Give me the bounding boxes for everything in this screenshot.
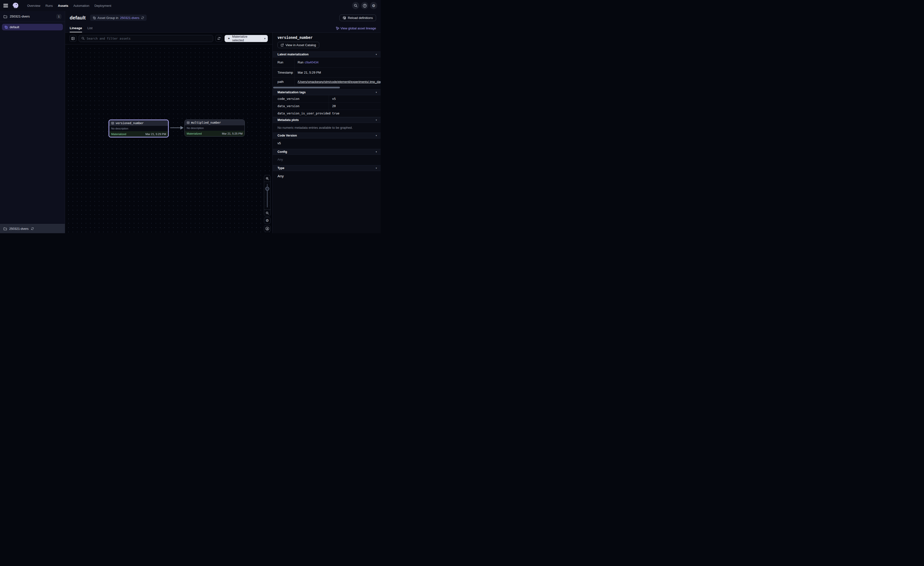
tag-value: true bbox=[329, 110, 381, 117]
panel-toggle-icon bbox=[71, 37, 75, 40]
section-config[interactable]: Config ▼ bbox=[273, 149, 381, 155]
nav-item-assets[interactable]: Assets bbox=[58, 4, 69, 8]
section-title: Materialization tags bbox=[278, 90, 306, 94]
sidebar-group-count-badge: 1 bbox=[56, 14, 62, 19]
external-link-icon bbox=[280, 44, 284, 47]
table-row: code_version v5 bbox=[273, 95, 381, 102]
view-in-asset-catalog-button[interactable]: View in Asset Catalog bbox=[278, 42, 319, 48]
asset-group-badge: Asset Group in 250321-dvers bbox=[90, 15, 147, 21]
help-button[interactable] bbox=[361, 2, 368, 9]
expand-sidebar-button[interactable] bbox=[70, 35, 76, 42]
materialize-selected-button[interactable]: ✦ Materialize selected ▾ bbox=[225, 35, 268, 42]
metadata-plots-empty-message: No numeric metadata entries available to… bbox=[273, 123, 381, 132]
lineage-canvas[interactable]: versioned_number No description Material… bbox=[65, 44, 272, 233]
table-row: Timestamp Mar 21, 5:29 PM bbox=[273, 68, 381, 78]
download-graph-button[interactable] bbox=[264, 225, 271, 232]
refresh-icon[interactable] bbox=[141, 16, 144, 20]
nav-item-automation[interactable]: Automation bbox=[74, 4, 89, 8]
hamburger-menu-icon[interactable] bbox=[3, 4, 8, 7]
table-icon bbox=[111, 122, 114, 125]
section-materialization-tags[interactable]: Materialization tags ▼ bbox=[273, 89, 381, 95]
badge-group-link[interactable]: 250321-dvers bbox=[120, 16, 140, 20]
chevron-down-icon: ▼ bbox=[375, 119, 377, 121]
tab-list[interactable]: List bbox=[87, 24, 93, 32]
table-row: path /Users/smackesey/stm/code/elementl/… bbox=[273, 78, 381, 86]
tag-key: data_version_is_user_provided bbox=[273, 110, 329, 117]
asset-node-name: versioned_number bbox=[116, 122, 144, 125]
config-value: Any bbox=[273, 155, 381, 165]
tag-key: data_version bbox=[273, 102, 329, 110]
materialize-dropdown-caret[interactable]: ▾ bbox=[262, 35, 268, 42]
badge-prefix: Asset Group in bbox=[98, 16, 118, 20]
timestamp-value: Mar 21, 5:29 PM bbox=[294, 68, 381, 77]
asset-node-versioned-number[interactable]: versioned_number No description Material… bbox=[108, 119, 169, 137]
code-location-footer[interactable]: 250321-dvers bbox=[0, 224, 65, 233]
asset-node-header: multiplied_number bbox=[185, 120, 244, 125]
tag-key: code_version bbox=[273, 95, 329, 102]
section-title: Metadata plots bbox=[278, 118, 299, 122]
tabs-row: Lineage List View global asset lineage bbox=[65, 24, 381, 33]
graph-settings-button[interactable]: ⚙ bbox=[264, 217, 271, 224]
tab-lineage[interactable]: Lineage bbox=[70, 24, 82, 32]
zoom-out-icon bbox=[266, 211, 269, 215]
asset-node-header: versioned_number bbox=[109, 120, 168, 126]
run-id-link[interactable]: c9a40434 bbox=[304, 60, 318, 64]
zoom-in-button[interactable] bbox=[264, 175, 270, 182]
section-latest-materialization[interactable]: Latest materialization ▼ bbox=[273, 51, 381, 57]
tag-value: 20 bbox=[329, 102, 381, 110]
table-row: data_version 20 bbox=[273, 102, 381, 110]
refresh-icon bbox=[217, 37, 220, 40]
asset-details-panel: versioned_number View in Asset Catalog L… bbox=[272, 33, 381, 233]
sidebar-item-default[interactable]: default bbox=[2, 24, 63, 30]
nav-item-overview[interactable]: Overview bbox=[27, 4, 40, 8]
graph-toolbar: ✦ Materialize selected ▾ bbox=[65, 33, 272, 44]
search-icon bbox=[354, 4, 358, 8]
zoom-in-icon bbox=[266, 177, 269, 180]
path-link[interactable]: /Users/smackesey/stm/code/elementl/exper… bbox=[298, 80, 381, 84]
row-label: Run bbox=[273, 57, 294, 67]
primary-nav: Overview Runs Assets Automation Deployme… bbox=[27, 4, 111, 8]
refresh-icon[interactable] bbox=[31, 227, 34, 230]
zoom-out-button[interactable] bbox=[264, 210, 270, 216]
search-button[interactable] bbox=[352, 2, 359, 9]
lineage-graph-icon bbox=[336, 27, 339, 30]
asset-group-icon bbox=[93, 16, 96, 20]
code-location-label: 250321-dvers bbox=[9, 227, 28, 230]
lineage-edge-arrow bbox=[170, 124, 184, 131]
nav-item-deployment[interactable]: Deployment bbox=[94, 4, 111, 8]
dagster-logo[interactable] bbox=[12, 2, 19, 9]
view-global-asset-lineage-label: View global asset lineage bbox=[340, 27, 376, 30]
chevron-down-icon: ▼ bbox=[375, 91, 377, 93]
section-code-version[interactable]: Code Version ▼ bbox=[273, 132, 381, 138]
section-type[interactable]: Type ▼ bbox=[273, 165, 381, 171]
sidebar-group-row[interactable]: 250321-dvers 1 bbox=[0, 11, 65, 22]
asset-search-input[interactable] bbox=[87, 37, 210, 40]
zoom-slider[interactable] bbox=[264, 182, 270, 210]
asset-node-multiplied-number[interactable]: multiplied_number No description Materia… bbox=[184, 119, 245, 137]
chevron-down-icon: ▼ bbox=[375, 135, 377, 137]
table-row: Run Run c9a40434 bbox=[273, 57, 381, 68]
nav-actions: ⚙ bbox=[352, 2, 377, 9]
main-content: default Asset Group in 250321-dvers bbox=[65, 11, 381, 233]
page-title: default bbox=[70, 15, 86, 21]
lineage-graph-area: ✦ Materialize selected ▾ bbox=[65, 33, 272, 233]
reload-definitions-label: Reload definitions bbox=[348, 16, 373, 20]
code-version-value: v5 bbox=[273, 138, 381, 149]
horizontal-scrollbar[interactable] bbox=[273, 87, 340, 89]
asset-node-description: No description bbox=[109, 126, 168, 131]
top-nav: Overview Runs Assets Automation Deployme… bbox=[0, 0, 381, 11]
materialized-status: Materialized bbox=[111, 132, 126, 135]
section-metadata-plots[interactable]: Metadata plots ▼ bbox=[273, 117, 381, 123]
zoom-slider-thumb[interactable] bbox=[266, 187, 269, 191]
view-global-asset-lineage-link[interactable]: View global asset lineage bbox=[336, 24, 376, 32]
asset-node-description: No description bbox=[185, 125, 244, 131]
materialized-status: Materialized bbox=[187, 132, 202, 135]
chevron-down-icon: ▼ bbox=[375, 167, 377, 169]
type-value: Any bbox=[273, 171, 381, 181]
nav-item-runs[interactable]: Runs bbox=[45, 4, 52, 8]
table-icon bbox=[187, 121, 190, 124]
section-title: Code Version bbox=[278, 134, 297, 137]
refresh-graph-button[interactable] bbox=[216, 35, 222, 42]
reload-definitions-button[interactable]: Reload definitions bbox=[339, 15, 376, 21]
settings-button[interactable]: ⚙ bbox=[370, 2, 377, 9]
